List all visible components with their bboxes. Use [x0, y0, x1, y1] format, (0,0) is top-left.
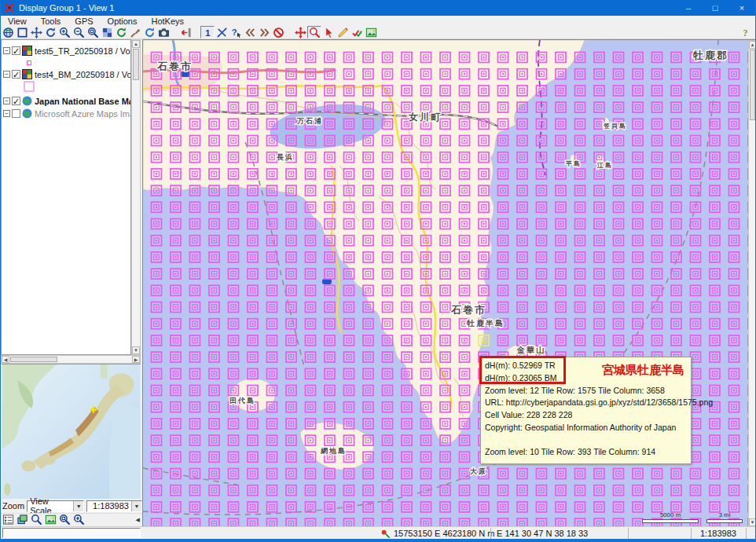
layer-item-0[interactable]: −✓test5_TR_20250918 / Vout — [3, 46, 129, 56]
expand-collapse-icon[interactable]: − — [3, 71, 10, 78]
place-label: 網地島 — [320, 447, 347, 455]
hide-sidebar-icon[interactable] — [178, 26, 193, 38]
zoom-1x-icon[interactable] — [15, 26, 29, 38]
tile-info-line: Copyright: Geospatial Information Author… — [485, 422, 686, 434]
map-vscrollbar[interactable]: ▲ ▼ — [748, 40, 756, 526]
scale-bars: 5000 m 3 mi — [642, 511, 743, 523]
refresh-icon[interactable] — [142, 26, 156, 38]
sidebar: −✓test5_TR_20250918 / Vout−✓test4_BM_202… — [1, 39, 142, 526]
previous-element-icon[interactable] — [243, 26, 257, 38]
layer-visibility-checkbox[interactable] — [12, 109, 20, 118]
layer-visibility-checkbox[interactable]: ✓ — [12, 97, 20, 105]
magnify-icon[interactable] — [29, 514, 43, 526]
place-label: 金華山 — [516, 346, 545, 354]
svg-text:?: ? — [743, 27, 747, 38]
overview-map[interactable] — [2, 364, 141, 499]
help-icon[interactable]: ? — [738, 26, 752, 38]
checkmarks-tool-icon[interactable] — [350, 26, 364, 38]
chevron-down-icon: ▼ — [131, 501, 141, 511]
legend-list-icon[interactable] — [1, 514, 15, 526]
window-title: Display Group 1 - View 1 — [19, 3, 114, 13]
raster-tool-icon[interactable] — [364, 26, 378, 38]
scale-select[interactable]: 1:183983 ▼ — [86, 500, 142, 512]
zoom-tool-icon[interactable] — [307, 26, 321, 38]
select-tool-icon[interactable] — [321, 26, 336, 38]
measure-icon[interactable] — [215, 26, 229, 38]
layers-icon[interactable] — [15, 514, 29, 526]
layer-visibility-checkbox[interactable]: ✓ — [12, 70, 20, 79]
sketch-tool-icon[interactable] — [336, 26, 350, 38]
tile-info-line — [485, 434, 686, 447]
dataTip-popup: 宮城県牡鹿半島 dH(m): 0.52969 TRdH(m): 0.23065 … — [480, 357, 692, 464]
expand-collapse-icon[interactable]: − — [3, 97, 10, 104]
zoom-in-icon[interactable] — [57, 26, 72, 38]
place-label: 田代島 — [229, 397, 255, 405]
statusbar-scale: 1:183983 — [700, 527, 736, 540]
zoom-to-full-icon[interactable] — [1, 26, 15, 38]
stop-redraw-icon[interactable] — [128, 26, 142, 38]
pan-icon[interactable] — [29, 26, 43, 38]
maximize-button[interactable]: □ — [702, 0, 728, 16]
collapse-panel-arrow[interactable]: ◀ — [136, 517, 140, 523]
layer-visibility-checkbox[interactable]: ✓ — [12, 46, 20, 55]
window-bottom-border — [1, 539, 755, 542]
status-left-field — [2, 528, 141, 538]
expand-collapse-icon[interactable]: − — [3, 110, 10, 117]
web-layer-icon — [22, 108, 32, 119]
sakhalin — [101, 364, 108, 379]
full-resolution-icon[interactable] — [100, 26, 114, 38]
layer-tree-hscrollbar[interactable]: ◀ ▶ — [1, 355, 141, 364]
close-button[interactable]: × — [728, 0, 755, 16]
previous-view-icon[interactable] — [43, 26, 57, 38]
layer-item-1[interactable]: −✓test4_BM_20250918 / Vout — [3, 69, 129, 79]
tile-info-line: Zoom level: 12 Tile Row: 1575 Tile Colum… — [485, 385, 686, 397]
tile-info-line: Cell Value: 228 228 228 — [485, 409, 686, 422]
route-shield-icon — [322, 279, 332, 284]
place-label: 牡鹿半島 — [466, 319, 505, 328]
recenter-icon[interactable] — [293, 26, 307, 38]
menu-hotkeys[interactable]: HotKeys — [145, 16, 192, 26]
zoom-box-icon[interactable] — [86, 26, 100, 38]
route-shield-icon — [181, 71, 190, 77]
layer-tree: −✓test5_TR_20250918 / Vout−✓test4_BM_202… — [1, 39, 131, 355]
cancel-icon[interactable] — [271, 26, 285, 38]
legend-symbol-small-square — [27, 57, 129, 67]
image-magnify-icon[interactable] — [43, 514, 57, 526]
tile-info-line: URL: http://cyberjapandata.gsi.go.jp/xyz… — [485, 397, 686, 409]
place-label: 女川町 — [408, 112, 442, 123]
layer-item-2[interactable]: −✓Japan National Base Map — [3, 96, 129, 106]
layer-label: Microsoft Azure Maps Imagery — [35, 109, 131, 119]
layer-tree-vscrollbar[interactable]: ▲ ▼ — [131, 39, 141, 355]
zoom-label: Zoom — [2, 501, 24, 511]
dh-highlight-annotation — [479, 356, 566, 384]
svg-text:1: 1 — [205, 27, 210, 37]
taiwan — [4, 483, 10, 496]
menu-tools[interactable]: Tools — [34, 16, 68, 26]
zoom-box-small-icon[interactable] — [57, 514, 72, 526]
what-is-icon[interactable]: ? — [229, 26, 243, 38]
vector-layer-icon — [22, 46, 32, 56]
status-bar: 15753150 E 4623180 N m E 141 30 47 N 38 … — [1, 526, 755, 539]
map-view[interactable]: 石巻市牡鹿郡女川町万石浦長浜笠貝島平島江島石巻市牡鹿半島金華山田代島網地島大原 … — [142, 39, 756, 526]
expand-collapse-icon[interactable]: − — [3, 47, 10, 54]
default-tool-icon[interactable]: 1 — [200, 26, 215, 38]
menu-view[interactable]: View — [1, 16, 34, 26]
layer-item-3[interactable]: −Microsoft Azure Maps Imagery — [3, 108, 129, 119]
region-name-label: 宮城県牡鹿半島 — [602, 361, 684, 379]
place-label: 長浜 — [277, 153, 294, 161]
snapshot-icon[interactable] — [156, 26, 171, 38]
redraw-icon[interactable] — [114, 26, 128, 38]
next-element-icon[interactable] — [257, 26, 271, 38]
projected-coords: 15753150 E 4623180 N m — [394, 527, 494, 540]
imperial-scalebar: 3 mi — [706, 511, 743, 523]
zoom-mode-select[interactable]: View Scale ▼ — [27, 500, 84, 512]
minimize-button[interactable]: – — [675, 0, 702, 16]
title-bar: Display Group 1 - View 1 – □ × — [1, 0, 755, 16]
zoom-dot-icon[interactable] — [72, 514, 86, 526]
menu-gps[interactable]: GPS — [68, 16, 100, 26]
menu-options[interactable]: Options — [101, 16, 145, 26]
zoom-out-icon[interactable] — [72, 26, 86, 38]
app-logo-icon — [4, 2, 15, 13]
web-layer-icon — [22, 96, 32, 106]
chevron-down-icon: ▼ — [73, 501, 83, 511]
